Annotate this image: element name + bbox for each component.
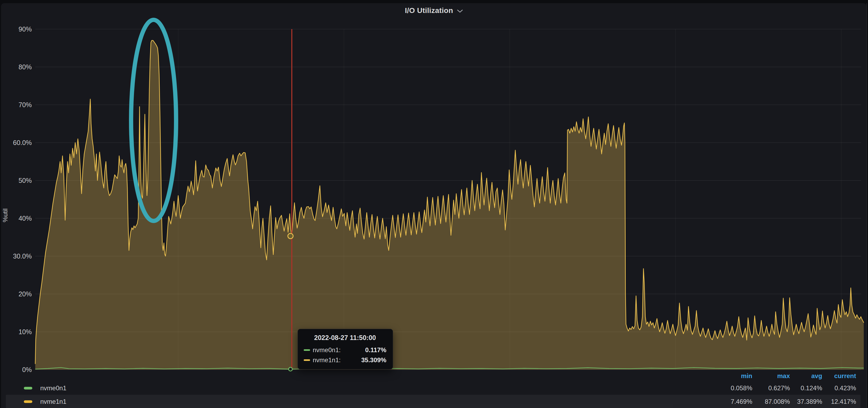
legend-header-current[interactable]: current	[811, 372, 856, 380]
series-color-marker[interactable]	[24, 400, 32, 403]
chart-tooltip: 2022-08-27 11:50:00 nvme0n1: 0.117% nvme…	[298, 329, 393, 369]
y-axis-tick-label: 60.0%	[0, 139, 32, 146]
panel-right-edge-divider	[866, 3, 867, 408]
y-axis-tick-label: 10%	[0, 328, 32, 336]
y-axis-tick-label: 20%	[0, 290, 32, 298]
y-axis-tick-label: 30.0%	[0, 252, 32, 260]
panel-header[interactable]: I/O Utilization	[0, 4, 868, 18]
hover-point-nvme1n1	[288, 233, 293, 239]
tooltip-timestamp: 2022-08-27 11:50:00	[304, 334, 386, 342]
panel-title[interactable]: I/O Utilization	[405, 6, 453, 15]
y-axis-tick-label: 80%	[0, 63, 32, 71]
series-color-dash	[304, 349, 310, 351]
chevron-down-icon[interactable]	[457, 9, 463, 13]
legend-stat-current: 12.417%	[811, 398, 856, 405]
series-color-dash	[304, 359, 310, 361]
y-axis-tick-label: 90%	[0, 25, 32, 33]
series-color-marker[interactable]	[24, 387, 32, 389]
legend-stat-current: 0.423%	[811, 384, 856, 392]
tooltip-series-value: 0.117%	[343, 346, 386, 354]
legend-series-name[interactable]: nvme1n1	[40, 398, 66, 405]
legend-series-name[interactable]: nvme0n1	[40, 384, 66, 392]
timeseries-chart[interactable]	[0, 0, 868, 408]
tooltip-series-row: nvme1n1: 35.309%	[304, 356, 386, 364]
legend: min max avg current nvme0n1 0.058% 0.627…	[0, 370, 868, 408]
y-axis-tick-label: 50%	[0, 177, 32, 184]
tooltip-series-row: nvme0n1: 0.117%	[304, 346, 386, 354]
tooltip-series-name: nvme0n1:	[313, 346, 341, 354]
y-axis-tick-label: 70%	[0, 101, 32, 109]
tooltip-series-value: 35.309%	[343, 356, 386, 364]
tooltip-series-name: nvme1n1:	[313, 356, 341, 364]
y-axis-tick-label: 40%	[0, 214, 32, 222]
